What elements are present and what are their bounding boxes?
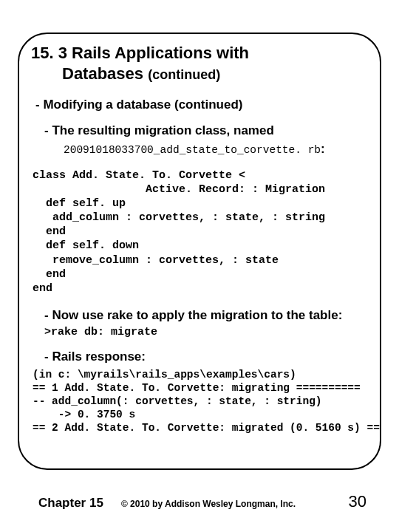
chapter-label: Chapter 15	[38, 496, 103, 511]
rails-output: (in c: \myrails\rails_apps\examples\cars…	[33, 368, 368, 435]
slide-footer: Chapter 15 © 2010 by Addison Wesley Long…	[0, 492, 399, 511]
title-line1: 15. 3 Rails Applications with	[31, 44, 249, 62]
migration-filename: 20091018033700_add_state_to_corvette. rb…	[64, 142, 368, 157]
bullet-modifying: - Modifying a database (continued)	[35, 97, 368, 112]
copyright-label: © 2010 by Addison Wesley Longman, Inc.	[121, 499, 349, 509]
slide-frame: 15. 3 Rails Applications with Databases …	[18, 33, 381, 470]
cmd-rake: >rake db: migrate	[44, 326, 368, 338]
page-number: 30	[349, 492, 366, 511]
bullet-migration-class: - The resulting migration class, named	[44, 123, 368, 138]
slide-page: 15. 3 Rails Applications with Databases …	[0, 0, 399, 532]
bullet-response: - Rails response:	[44, 349, 368, 364]
title-line2-databases: Databases	[62, 64, 148, 83]
slide-title: 15. 3 Rails Applications with Databases …	[31, 43, 368, 83]
bullet-rake: - Now use rake to apply the migration to…	[44, 307, 368, 323]
filename-text: 20091018033700_add_state_to_corvette. rb	[64, 144, 321, 156]
title-continued: (continued)	[148, 67, 220, 82]
filename-colon: :	[321, 142, 325, 156]
code-block-class: class Add. State. To. Corvette < Active.…	[33, 168, 368, 296]
